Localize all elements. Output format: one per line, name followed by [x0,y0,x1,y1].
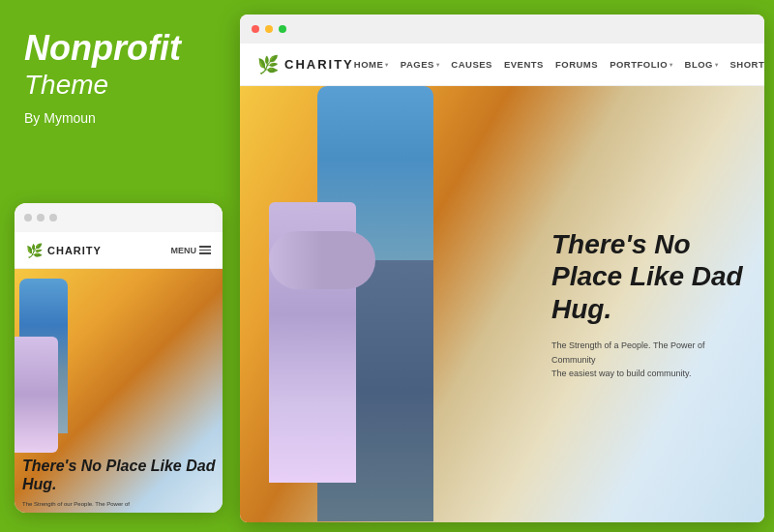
desktop-top-bar [240,15,764,44]
hero-heading: There's No Place Like Dad Hug. [551,228,745,326]
nav-pages[interactable]: PAGES▾ [401,59,440,70]
mobile-mockup: 🌿 CHARITY MENU There's No Place Like Dad… [15,203,223,513]
desktop-logo-area: 🌿 CHARITY [257,54,354,75]
nav-blog[interactable]: BLOG▾ [685,59,719,70]
hero-people [240,86,528,522]
nav-forums[interactable]: FORUMS [555,59,598,70]
desktop-dot-red [252,25,259,33]
nav-shortcodes[interactable]: SHORTCODES▾ [730,59,765,70]
mobile-dot-2 [37,214,45,222]
desktop-brand: CHARITY [284,57,354,72]
mobile-navbar: 🌿 CHARITY MENU [15,232,223,269]
desktop-navbar: 🌿 CHARITY HOME▾ PAGES▾ CAUSES EVENTS FOR… [240,44,764,86]
desktop-dot-yellow [265,25,273,33]
desktop-mockup: 🌿 CHARITY HOME▾ PAGES▾ CAUSES EVENTS FOR… [240,15,764,522]
mobile-person-figure [15,279,102,472]
mobile-top-bar [15,203,223,232]
mobile-hero: There's No Place Like Dad Hug. The Stren… [15,269,223,513]
mobile-brand: CHARITY [47,245,102,256]
hero-subtext-1: The Strength of a People. The Power of C… [551,339,745,367]
hamburger-icon [199,246,211,254]
mobile-hero-heading: There's No Place Like Dad Hug. [22,457,218,493]
child-arms [269,231,375,289]
mobile-menu[interactable]: MENU [171,246,212,255]
nav-events[interactable]: EVENTS [504,59,544,70]
hero-subtext-2: The easiest way to build community. [551,367,745,380]
theme-subtitle: Theme [24,70,213,101]
theme-author: By Mymoun [24,110,213,126]
mobile-logo-icon: 🌿 [26,243,43,258]
nav-home[interactable]: HOME▾ [354,59,389,70]
mobile-logo-area: 🌿 CHARITY [26,243,102,258]
desktop-nav-items: HOME▾ PAGES▾ CAUSES EVENTS FORUMS PORTFO… [354,59,764,70]
theme-title: Nonprofit [24,29,213,68]
desktop-dot-green [279,25,286,33]
nav-portfolio[interactable]: PORTFOLIO▾ [610,59,672,70]
mobile-child-body [15,337,58,453]
mobile-dot-1 [24,214,32,222]
mobile-dot-3 [49,214,57,222]
hero-content: There's No Place Like Dad Hug. The Stren… [551,228,745,381]
mobile-menu-label: MENU [171,246,197,255]
desktop-hero: There's No Place Like Dad Hug. The Stren… [240,86,764,522]
nav-causes[interactable]: CAUSES [451,59,492,70]
desktop-logo-icon: 🌿 [257,54,279,75]
mobile-hero-subtext: The Strength of our People. The Power of [22,500,218,508]
